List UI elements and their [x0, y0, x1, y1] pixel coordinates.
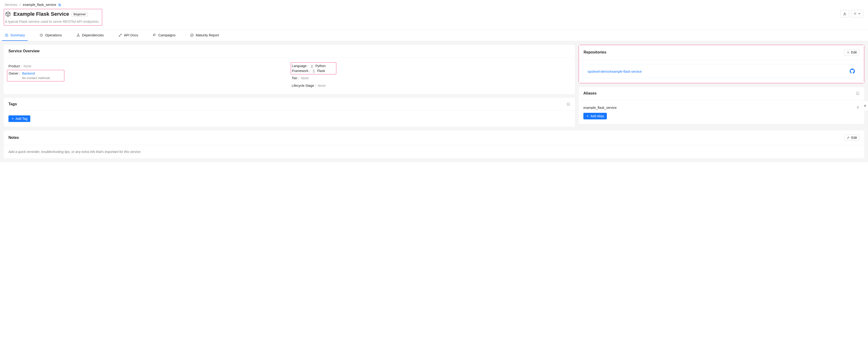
python-icon [310, 65, 313, 68]
button-label: Add Alias [590, 114, 604, 118]
tab-summary[interactable]: Summary [2, 30, 28, 41]
repositories-edit-button[interactable]: Edit [844, 49, 859, 55]
tab-dependencies[interactable]: Dependencies [73, 30, 106, 41]
header-actions [840, 10, 863, 18]
page-subtitle: A typical Flask service used to serve RE… [5, 20, 100, 24]
svg-point-6 [77, 36, 78, 37]
add-alias-button[interactable]: Add Alias [583, 113, 607, 119]
tab-label: Operations [45, 33, 62, 37]
field-value: Flask [312, 69, 325, 73]
github-icon [849, 68, 855, 75]
button-label: Edit [851, 136, 857, 140]
card-title: Aliases [583, 91, 596, 96]
field-label: Lifecycle Stage [292, 84, 316, 88]
breadcrumb-root[interactable]: Services [5, 3, 18, 7]
tab-label: Summary [10, 33, 25, 37]
field-value: None [301, 76, 309, 80]
overview-owner: Owner Backend No contact methods [7, 70, 64, 81]
page-title: Example Flask Service [13, 11, 69, 17]
card-service-overview: Service Overview Product None Owner Back… [4, 45, 575, 94]
svg-rect-13 [857, 107, 859, 108]
content: Service Overview Product None Owner Back… [0, 41, 868, 162]
tab-maturity-report[interactable]: Maturity Report [187, 30, 222, 41]
tab-operations[interactable]: Operations [37, 30, 65, 41]
tab-label: API Docs [124, 33, 138, 37]
collapse-handle[interactable] [862, 101, 868, 111]
settings-dropdown-button[interactable] [851, 10, 863, 18]
alias-item: example_flask_service [583, 105, 860, 113]
notes-placeholder[interactable]: Add a quick reminder, troubleshooting ti… [4, 145, 864, 158]
level-badge: Beginner [71, 12, 88, 16]
export-button[interactable] [840, 10, 849, 18]
card-notes: Notes Edit Add a quick reminder, trouble… [4, 130, 864, 158]
tab-label: Maturity Report [196, 33, 219, 37]
alias-value: example_flask_service [583, 106, 617, 109]
breadcrumb: Services / example_flask_service [0, 0, 868, 7]
tab-label: Dependencies [82, 33, 104, 37]
field-value: None [24, 64, 31, 68]
svg-point-5 [78, 34, 79, 34]
tabs: Summary Operations Dependencies API Docs… [0, 30, 868, 41]
overview-lang-framework: Language Python Framework [291, 62, 336, 74]
svg-point-7 [79, 36, 80, 37]
breadcrumb-separator: / [20, 3, 21, 7]
owner-contact-note: No contact methods [22, 76, 50, 80]
info-icon[interactable] [566, 102, 570, 106]
svg-point-2 [855, 13, 856, 14]
card-title: Tags [8, 102, 17, 106]
svg-point-9 [190, 34, 193, 37]
button-label: Edit [851, 50, 857, 54]
tab-label: Campaigns [158, 33, 176, 37]
field-label: Framework [292, 69, 310, 73]
overview-tier: Tier None [292, 74, 570, 82]
field-label: Language [292, 64, 308, 68]
card-title: Repositories [584, 50, 607, 55]
page-header: Example Flask Service Beginner A typical… [0, 7, 868, 30]
owner-link[interactable]: Backend [22, 72, 35, 75]
copy-icon[interactable] [58, 3, 61, 7]
field-value: Python [310, 64, 326, 68]
flask-icon [312, 69, 315, 73]
field-value: None [318, 84, 326, 88]
svg-point-11 [848, 52, 848, 53]
card-tags: Tags Add Tag [4, 98, 575, 127]
breadcrumb-current: example_flask_service [23, 3, 56, 7]
field-label: Owner [9, 72, 20, 75]
info-icon[interactable] [856, 92, 860, 95]
lock-icon [856, 106, 860, 109]
repository-item[interactable]: opslevel-demo/example-flask-service [584, 65, 859, 78]
add-tag-button[interactable]: Add Tag [8, 115, 30, 122]
card-title: Notes [8, 136, 19, 140]
card-aliases: Aliases example_flask_service Add Alias [579, 87, 864, 124]
notes-edit-button[interactable]: Edit [844, 135, 860, 141]
tab-campaigns[interactable]: Campaigns [150, 30, 178, 41]
overview-product: Product None [8, 62, 287, 70]
tab-api-docs[interactable]: API Docs [116, 30, 141, 41]
field-label: Product [8, 64, 22, 68]
button-label: Add Tag [16, 117, 28, 120]
overview-lifecycle: Lifecycle Stage None [292, 82, 570, 90]
repository-link[interactable]: opslevel-demo/example-flask-service [588, 70, 642, 73]
title-block: Example Flask Service Beginner A typical… [4, 9, 102, 26]
card-repositories: Repositories Edit opslevel-demo/example-… [579, 45, 864, 83]
cube-icon [5, 11, 11, 17]
card-title: Service Overview [8, 49, 40, 53]
field-label: Tier [292, 76, 299, 80]
